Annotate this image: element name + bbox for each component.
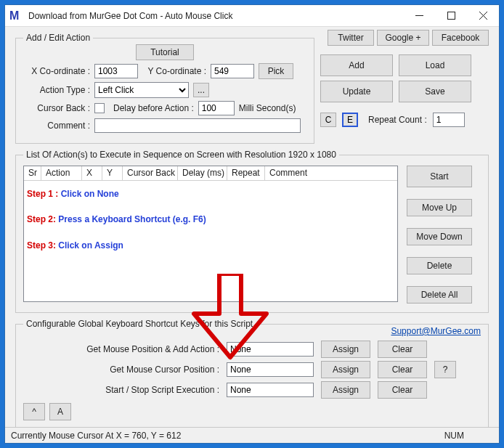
shortcut1-assign-button[interactable]: Assign [321,341,370,358]
update-button[interactable]: Update [320,81,393,102]
tutorial-overlay: Step 1 : Click on None Step 2: Press a K… [27,181,394,259]
load-button[interactable]: Load [399,54,471,76]
actiontype-select[interactable]: Left Click [94,82,189,98]
facebook-button[interactable]: Facebook [432,30,489,46]
tutorial-button[interactable]: Tutorial [136,44,194,60]
shortcut1-input[interactable] [227,342,314,357]
cursorback-checkbox[interactable] [94,103,105,113]
step2-text: Press a Keyboard Shortcut (e.g. F6) [56,214,206,224]
actiontype-label: Action Type : [23,85,90,95]
shortcut3-input[interactable] [227,383,314,397]
shortcut3-label: Start / Stop Script Execution : [23,385,219,395]
a-button[interactable]: A [49,403,71,420]
step3-label: Step 3: [27,240,56,251]
actiontype-more-button[interactable]: ... [193,83,209,97]
step1-text: Click on None [58,189,118,199]
deleteall-button[interactable]: Delete All [407,286,472,304]
repeat-label: Repeat Count : [368,115,427,125]
col-repeat[interactable]: Repeat [227,166,265,181]
top-social-row: Twitter Google + Facebook [237,30,489,46]
xcoord-label: X Co-ordinate : [23,66,90,76]
start-button[interactable]: Start [407,166,472,187]
list-group: List Of Action(s) to Execute in Sequence… [15,150,489,313]
status-text: Currently Mouse Cursor At X = 760, Y = 6… [11,431,181,441]
shortcut3-clear-button[interactable]: Clear [378,381,427,399]
moveup-button[interactable]: Move Up [407,199,472,216]
shortcut1-clear-button[interactable]: Clear [378,341,427,358]
window-title: Download from MurGee Dot Com - Auto Mous… [28,11,403,21]
delay-unit: Milli Second(s) [239,103,296,113]
add-edit-group: Add / Edit Action Tutorial X Co-ordinate… [15,33,314,144]
maximize-button[interactable] [435,5,467,27]
minimize-button[interactable] [403,5,435,27]
svg-rect-0 [447,12,455,20]
app-window: M Download from MurGee Dot Com - Auto Mo… [4,4,500,444]
col-comment[interactable]: Comment [265,166,397,181]
comment-label: Comment : [23,121,90,131]
col-delay[interactable]: Delay (ms) [178,166,227,181]
shortcut3-assign-button[interactable]: Assign [321,381,370,399]
statusbar: Currently Mouse Cursor At X = 760, Y = 6… [5,427,499,443]
e-button[interactable]: E [342,113,358,127]
list-legend: List Of Action(s) to Execute in Sequence… [23,150,339,160]
shortcuts-group: Configurable Global Keyboard Shortcut Ke… [15,319,489,431]
list-header: Sr Action X Y Cursor Back Delay (ms) Rep… [24,166,397,181]
client-area: Twitter Google + Facebook Add / Edit Act… [5,27,499,431]
comment-input[interactable] [94,118,301,133]
shortcut2-label: Get Mouse Cursor Position : [23,364,219,375]
add-button[interactable]: Add [320,54,393,76]
list-side-buttons: Start Move Up Move Down Delete Delete Al… [407,166,472,304]
status-numlock: NUM [444,431,464,441]
shortcut2-input[interactable] [227,362,314,377]
col-x[interactable]: X [82,166,102,181]
help-button[interactable]: ? [434,361,456,378]
col-action[interactable]: Action [41,166,82,181]
caret-button[interactable]: ^ [23,403,45,420]
delay-input[interactable] [198,101,235,115]
googleplus-button[interactable]: Google + [377,30,429,46]
col-cursorback[interactable]: Cursor Back [123,166,178,181]
ycoord-label: Y Co-ordinate : [142,66,206,76]
shortcut2-clear-button[interactable]: Clear [378,361,427,378]
step1-label: Step 1 : [27,189,58,199]
col-sr[interactable]: Sr [24,166,41,181]
shortcut1-label: Get Mouse Position & Add Action : [23,344,219,354]
app-logo-icon: M [9,9,23,23]
delete-button[interactable]: Delete [407,257,472,274]
c-button[interactable]: C [320,113,336,127]
titlebar: M Download from MurGee Dot Com - Auto Mo… [5,5,499,27]
pick-button[interactable]: Pick [259,63,293,79]
cursorback-label: Cursor Back : [23,103,90,113]
repeat-input[interactable] [433,113,465,127]
delay-label: Delay before Action : [113,103,194,113]
action-list[interactable]: Sr Action X Y Cursor Back Delay (ms) Rep… [23,166,398,302]
col-y[interactable]: Y [102,166,123,181]
xcoord-input[interactable] [94,64,138,78]
side-top-buttons: Add Load Update Save C E Repeat Count : [320,54,471,130]
add-edit-legend: Add / Edit Action [23,33,93,43]
step2-label: Step 2: [27,214,56,224]
support-link[interactable]: Support@MurGee.com [391,326,481,336]
save-button[interactable]: Save [399,81,471,102]
shortcut2-assign-button[interactable]: Assign [321,361,370,378]
step3-text: Click on Assign [56,240,123,251]
twitter-button[interactable]: Twitter [328,30,374,46]
shortcuts-legend: Configurable Global Keyboard Shortcut Ke… [23,319,256,329]
movedown-button[interactable]: Move Down [407,228,472,245]
close-button[interactable] [467,5,499,27]
ycoord-input[interactable] [211,64,254,78]
